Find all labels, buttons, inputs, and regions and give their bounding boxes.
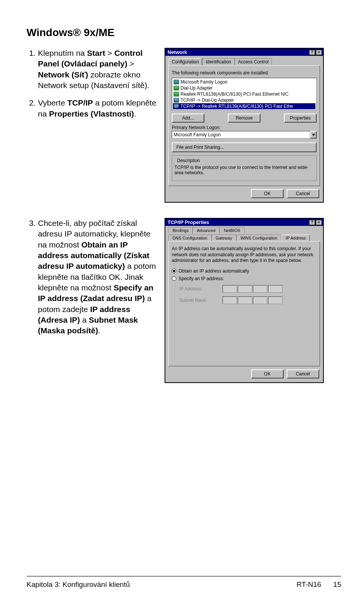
dialog-title: Network [168, 49, 187, 55]
dialog-footer-buttons: OK Cancel [165, 186, 323, 200]
adapter-icon [174, 92, 179, 96]
tcpip-properties-dialog: TCP/IP Properties ? × Bindings Advanced … [165, 218, 324, 383]
radio-obtain-label: Obtain an IP address automatically [179, 268, 249, 274]
block-1: Klepnutím na Start > Control Panel (Ovlá… [27, 48, 341, 203]
protocol-icon [174, 104, 179, 109]
footer-page-number: 15 [333, 580, 341, 588]
description-label: Description [176, 158, 201, 163]
list-item-label: Microsoft Family Logon [180, 79, 228, 85]
file-print-sharing-button[interactable]: File and Print Sharing... [172, 142, 317, 152]
step-text: > [127, 59, 134, 68]
footer-rule [27, 576, 341, 577]
radio-obtain[interactable]: Obtain an IP address automatically [172, 268, 317, 274]
list-item-label: Realtek RTL8139(A/B/C/8130) PCI Fast Eth… [180, 91, 289, 97]
properties-button[interactable]: Properties [284, 114, 317, 123]
tab-identification[interactable]: Identification [202, 58, 234, 65]
step-text: . [134, 109, 136, 118]
page-title: Windows® 9x/ME [27, 27, 341, 39]
page-footer: Kapitola 3: Konfigurování klientů RT-N16… [27, 576, 341, 589]
adapter-icon [174, 86, 179, 90]
list-item-label: TCP/IP -> Dial-Up Adapter [180, 98, 234, 103]
bold-start: Start [87, 49, 105, 57]
step-text: . [98, 326, 100, 335]
protocol-icon [174, 98, 179, 102]
help-icon[interactable]: ? [309, 220, 315, 225]
tab-wins[interactable]: WINS Configuration [236, 235, 281, 241]
tab-configuration[interactable]: Configuration [168, 58, 202, 65]
ip-address-input [223, 285, 282, 293]
steps-1-2: Klepnutím na Start > Control Panel (Ovlá… [27, 48, 159, 126]
step-3-col: Chcete-li, aby počítač získal adresu IP … [27, 218, 159, 343]
subnet-mask-row: Subnet Mask: [179, 296, 317, 304]
radio-dot-icon [172, 269, 176, 273]
radio-specify[interactable]: Specify an IP address: [172, 276, 317, 281]
tcpip-dialog-column: TCP/IP Properties ? × Bindings Advanced … [165, 218, 341, 383]
primary-logon-combobox[interactable]: Microsoft Family Logon [172, 131, 317, 139]
ip-octet [253, 285, 267, 293]
tab-dns[interactable]: DNS Configuration [168, 235, 212, 241]
description-text: TCP/IP is the protocol you use to connec… [174, 165, 314, 178]
close-icon[interactable]: × [316, 50, 322, 55]
tabs-row2: DNS Configuration Gateway WINS Configura… [165, 233, 323, 241]
ip-octet [238, 285, 252, 293]
tab-bindings[interactable]: Bindings [168, 227, 193, 233]
tabs-row1: Bindings Advanced NetBIOS [165, 226, 323, 233]
list-item-label: TCP/IP -> Realtek RTL8139(A/B/C/8130) PC… [180, 104, 293, 109]
network-dialog: Network ? × Configuration Identification… [165, 48, 324, 203]
titlebar: TCP/IP Properties ? × [165, 219, 323, 226]
list-item[interactable]: Dial-Up Adapter [173, 85, 315, 91]
bold-properties: Properties (Vlastnosti) [49, 109, 134, 118]
tab-advanced[interactable]: Advanced [193, 227, 220, 233]
primary-logon-value: Microsoft Family Logon [172, 131, 310, 139]
titlebar: Network ? × [165, 49, 323, 56]
ip-octet [238, 296, 252, 304]
tab-panel: The following network components are ins… [168, 65, 320, 186]
chevron-down-icon[interactable] [310, 131, 317, 139]
subnet-mask-label: Subnet Mask: [179, 298, 213, 303]
description-group: Description TCP/IP is the protocol you u… [172, 155, 317, 181]
close-icon[interactable]: × [316, 220, 322, 225]
list-item-selected[interactable]: TCP/IP -> Realtek RTL8139(A/B/C/8130) PC… [173, 103, 315, 109]
network-dialog-column: Network ? × Configuration Identification… [165, 48, 341, 203]
tab-panel: An IP address can be automatically assig… [168, 241, 320, 366]
radio-dot-icon [172, 276, 176, 281]
step-text: Vyberte [38, 98, 67, 107]
cancel-button[interactable]: Cancel [287, 189, 319, 198]
list-item[interactable]: TCP/IP -> Dial-Up Adapter [173, 97, 315, 103]
tabs: Configuration Identification Access Cont… [165, 56, 323, 65]
cancel-button[interactable]: Cancel [287, 369, 319, 378]
installed-components-label: The following network components are ins… [172, 70, 317, 76]
step-1: Klepnutím na Start > Control Panel (Ovlá… [38, 48, 159, 91]
ip-address-label: IP Address: [179, 286, 213, 292]
footer-chapter-label: Kapitola 3: Konfigurování klientů [27, 580, 130, 589]
footer-model: RT-N16 [297, 580, 321, 588]
dialog-footer-buttons: OK Cancel [165, 366, 323, 380]
ip-octet [223, 296, 237, 304]
ip-address-row: IP Address: [179, 285, 317, 293]
block-2: Chcete-li, aby počítač získal adresu IP … [27, 218, 341, 383]
tab-netbios[interactable]: NetBIOS [220, 227, 244, 233]
tab-gateway[interactable]: Gateway [212, 235, 236, 241]
add-button[interactable]: Add... [172, 114, 204, 123]
ip-octet [268, 296, 282, 304]
tab-ip-address[interactable]: IP Address [281, 235, 310, 241]
components-listbox[interactable]: Microsoft Family Logon Dial-Up Adapter R… [172, 78, 317, 110]
step-3: Chcete-li, aby počítač získal adresu IP … [38, 218, 159, 336]
bold-network: Network (Síť) [38, 70, 88, 79]
radio-specify-label: Specify an IP address: [179, 276, 224, 281]
ip-octet [268, 285, 282, 293]
list-item-label: Dial-Up Adapter [180, 85, 213, 91]
ok-button[interactable]: OK [251, 369, 284, 378]
list-item[interactable]: Realtek RTL8139(A/B/C/8130) PCI Fast Eth… [173, 91, 315, 97]
ip-octet [223, 285, 237, 293]
tab-access-control[interactable]: Access Control [235, 58, 272, 65]
step-2: Vyberte TCP/IP a potom klepněte na Prope… [38, 98, 159, 119]
remove-button[interactable]: Remove [228, 114, 260, 123]
help-icon[interactable]: ? [309, 50, 315, 55]
list-item[interactable]: Microsoft Family Logon [173, 79, 315, 85]
step-text: Klepnutím na [38, 49, 87, 57]
primary-logon-label: Primary Network Logon: [172, 125, 317, 130]
ok-button[interactable]: OK [251, 189, 284, 198]
step-text: a [80, 315, 89, 324]
step-text: > [105, 49, 114, 57]
